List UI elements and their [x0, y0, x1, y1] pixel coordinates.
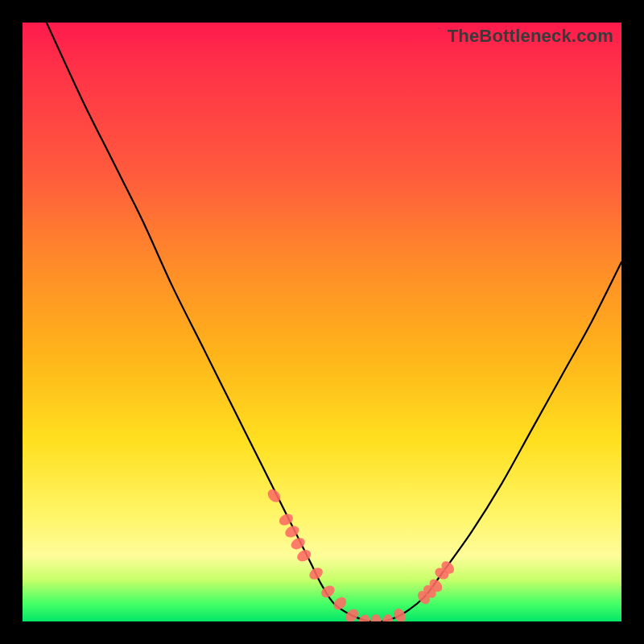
hotspot-marker — [266, 487, 283, 505]
hotspot-marker — [319, 583, 336, 600]
hotspot-marker — [308, 565, 325, 582]
watermark-label: TheBottleneck.com — [448, 26, 613, 47]
hotspot-marker — [283, 524, 301, 540]
chart-frame: TheBottleneck.com — [0, 0, 644, 644]
plot-area: TheBottleneck.com — [23, 23, 621, 621]
hotspot-marker — [439, 559, 456, 576]
hotspot-markers — [266, 487, 457, 621]
hotspot-marker — [427, 576, 444, 594]
hotspot-marker — [295, 547, 313, 564]
hotspot-marker — [356, 613, 372, 621]
hotspot-marker — [421, 583, 439, 601]
hotspot-marker — [371, 614, 382, 621]
hotspot-marker — [392, 607, 408, 621]
hotspot-marker — [433, 566, 451, 582]
hotspot-marker — [382, 614, 393, 621]
hotspot-marker — [277, 512, 295, 528]
hotspot-marker — [343, 607, 361, 621]
bottleneck-curve — [47, 23, 621, 621]
curve-layer — [23, 23, 621, 621]
hotspot-marker — [415, 588, 432, 606]
hotspot-marker — [289, 535, 307, 551]
hotspot-marker — [331, 595, 349, 613]
